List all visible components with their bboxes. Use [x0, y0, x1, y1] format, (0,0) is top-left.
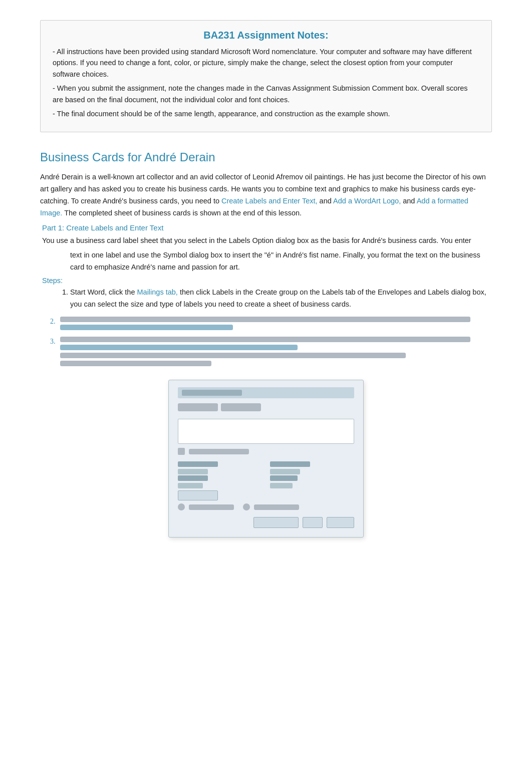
dialog-new-doc-btn[interactable] — [253, 517, 299, 528]
notes-line-3: - The final document should be of the sa… — [53, 108, 479, 119]
and-2: and — [403, 197, 415, 205]
dialog-printto-row — [178, 503, 354, 513]
dialog-product-title — [178, 475, 208, 481]
link-create[interactable]: Create Labels and Enter Text, — [221, 197, 318, 205]
part1-desc-cont: text in one label and use the Symbol dia… — [70, 251, 480, 271]
dialog-titlebar-text — [182, 390, 242, 396]
dialog-tabs-row — [178, 403, 354, 414]
dialog-label-size-val — [270, 483, 293, 488]
dialog-checkbox — [178, 448, 185, 455]
dialog-tab-2 — [221, 403, 261, 411]
blurred-lines-2 — [60, 317, 492, 333]
mailings-tab-link[interactable]: Mailings tab, — [137, 288, 178, 296]
steps-list: Start Word, click the Mailings tab, then… — [40, 287, 492, 311]
dialog-radio-1 — [178, 503, 185, 510]
step-1: Start Word, click the Mailings tab, then… — [70, 287, 492, 311]
dialog-label-section — [178, 461, 354, 500]
dialog-cancel-btn[interactable] — [327, 517, 354, 528]
part1-title: Part 1: Create Labels and Enter Text — [40, 223, 492, 232]
dialog-label-group-2 — [270, 461, 354, 500]
blurred-line-3d — [60, 361, 211, 366]
part1-desc: You use a business card label sheet that… — [40, 235, 492, 247]
dialog-mock — [168, 380, 364, 538]
dialog-label-group-1 — [178, 461, 262, 500]
dialog-radio-label-1 — [189, 504, 234, 510]
notes-box: BA231 Assignment Notes: - All instructio… — [40, 20, 492, 132]
dialog-print-row — [178, 448, 354, 457]
blurred-line-3b — [60, 345, 298, 350]
dialog-vendor-title — [178, 461, 218, 467]
section-title: Business Cards for André Derain — [40, 150, 492, 164]
blurred-item-2: 2. — [50, 317, 492, 333]
completed-text: The completed sheet of business cards is… — [64, 209, 302, 217]
blurred-line-2a — [60, 317, 470, 322]
dialog-button-row — [178, 517, 354, 528]
dialog-tab-1 — [178, 403, 218, 411]
link-wordart[interactable]: Add a WordArt Logo, — [333, 197, 401, 205]
dialog-radio-2 — [243, 503, 250, 510]
dialog-product-val — [178, 483, 203, 488]
part1-indent-block: text in one label and use the Symbol dia… — [40, 249, 492, 274]
notes-title: BA231 Assignment Notes: — [53, 30, 479, 41]
dialog-address-field — [178, 419, 354, 444]
blurred-steps-block: 2. 3. — [40, 317, 492, 369]
dialog-label-type-val — [270, 469, 300, 474]
intro-paragraph: André Derain is a well-known art collect… — [40, 171, 492, 219]
dialog-vendor-val — [178, 469, 208, 474]
notes-line-2: - When you submit the assignment, note t… — [53, 83, 479, 105]
steps-label: Steps: — [40, 277, 492, 285]
blurred-item-3: 3. — [50, 337, 492, 369]
dialog-label-type-title — [270, 461, 310, 467]
blurred-line-3c — [60, 353, 406, 358]
dialog-options-btn[interactable] — [178, 490, 218, 500]
and-1: and — [320, 197, 332, 205]
dialog-label-size-title — [270, 475, 298, 481]
blurred-lines-3 — [60, 337, 492, 369]
dialog-print-label — [189, 449, 249, 454]
blurred-line-2b — [60, 325, 233, 330]
dialog-titlebar — [178, 387, 354, 398]
blurred-line-3a — [60, 337, 470, 342]
dialog-screenshot-container — [40, 380, 492, 538]
dialog-ok-btn[interactable] — [303, 517, 323, 528]
notes-line-1: - All instructions have been provided us… — [53, 46, 479, 80]
dialog-radio-label-2 — [254, 504, 299, 510]
blurred-bullet-3: 3. — [50, 338, 56, 346]
blurred-bullet-2: 2. — [50, 318, 56, 326]
